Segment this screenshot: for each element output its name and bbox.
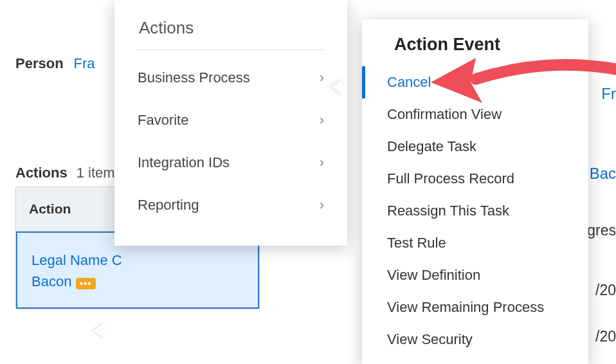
bg-text-3: /20 bbox=[595, 328, 616, 345]
menu-item-label: Integration IDs bbox=[138, 154, 230, 171]
person-row: Person Fra bbox=[15, 55, 95, 72]
chevron-right-icon: › bbox=[320, 69, 324, 86]
menu-item-favorite[interactable]: Favorite › bbox=[114, 99, 347, 141]
actions-label: Actions bbox=[15, 165, 68, 181]
bg-text-2: /20 bbox=[595, 282, 616, 299]
chevron-right-icon: › bbox=[320, 112, 324, 129]
chevron-right-icon: › bbox=[320, 197, 324, 214]
ellipsis-icon: ••• bbox=[80, 278, 92, 288]
divider bbox=[138, 50, 324, 50]
bg-link-1[interactable]: Fr bbox=[601, 85, 616, 103]
submenu-item-view-security[interactable]: View Security bbox=[362, 323, 588, 356]
person-label: Person bbox=[15, 55, 64, 72]
menu-item-label: Favorite bbox=[138, 112, 188, 129]
menu-item-reporting[interactable]: Reporting › bbox=[114, 184, 347, 226]
actions-menu-header: Actions bbox=[114, 0, 347, 50]
submenu-item-delegate-task[interactable]: Delegate Task bbox=[362, 131, 588, 163]
chevron-right-icon: › bbox=[320, 154, 324, 171]
submenu-item-reassign-this-task[interactable]: Reassign This Task bbox=[362, 195, 588, 227]
menu-item-integration-ids[interactable]: Integration IDs › bbox=[114, 141, 347, 184]
menu-item-label: Business Process bbox=[138, 69, 250, 86]
submenu-item-full-process-record[interactable]: Full Process Record bbox=[362, 163, 588, 195]
bg-link-2[interactable]: Bac bbox=[590, 165, 616, 183]
submenu-item-view-definition[interactable]: View Definition bbox=[362, 259, 588, 291]
submenu-tail-icon bbox=[332, 79, 343, 95]
menu-item-business-process[interactable]: Business Process › bbox=[114, 57, 347, 99]
actions-menu-panel: Actions Business Process › Favorite › In… bbox=[114, 0, 347, 246]
row-link-line2[interactable]: Bacon bbox=[32, 273, 71, 289]
actions-menu-title: Actions bbox=[139, 18, 194, 37]
submenu-item-view-remaining-process[interactable]: View Remaining Process bbox=[362, 291, 588, 323]
table-header-label: Action bbox=[29, 201, 71, 216]
action-event-panel: Action Event Cancel Confirmation View De… bbox=[362, 19, 588, 364]
actions-header-row: Actions 1 item bbox=[15, 165, 115, 181]
submenu-item-confirmation-view[interactable]: Confirmation View bbox=[362, 98, 588, 131]
more-actions-chip[interactable]: ••• bbox=[76, 278, 96, 289]
menu-item-label: Reporting bbox=[138, 197, 199, 214]
actions-count: 1 item bbox=[77, 165, 115, 181]
bg-text-1: gres bbox=[587, 222, 616, 239]
person-value-link[interactable]: Fra bbox=[74, 55, 95, 72]
row-link-line1[interactable]: Legal Name C bbox=[32, 250, 244, 271]
submenu-item-test-rule[interactable]: Test Rule bbox=[362, 227, 588, 259]
submenu-item-cancel[interactable]: Cancel bbox=[362, 66, 588, 98]
action-event-title: Action Event bbox=[362, 19, 588, 66]
popover-tail-icon bbox=[93, 323, 105, 338]
